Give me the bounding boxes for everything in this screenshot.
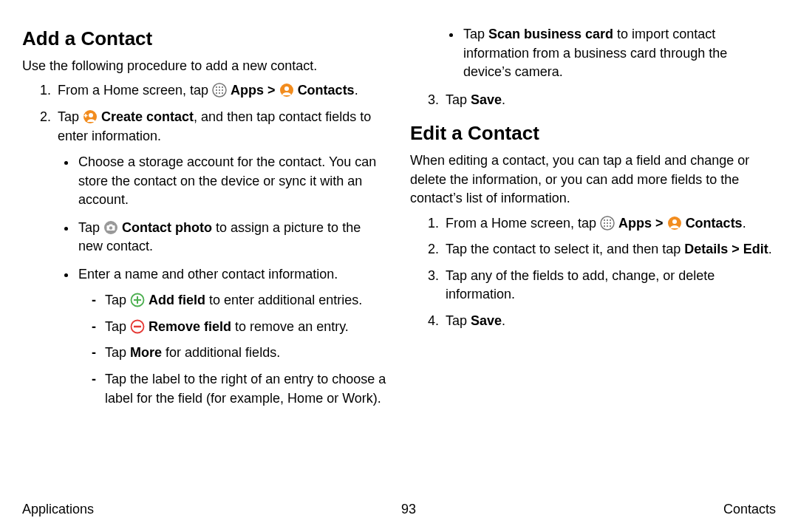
separator: > — [264, 83, 279, 98]
dash-label: Tap the label to the right of an entry t… — [95, 370, 388, 408]
text: Tap — [446, 313, 471, 328]
dash-add-field: Tap Add field to enter additional entrie… — [95, 291, 388, 310]
svg-rect-25 — [607, 222, 608, 224]
page-footer: Applications 93 Contacts — [22, 484, 776, 517]
contacts-icon — [279, 83, 294, 98]
svg-rect-5 — [219, 89, 220, 91]
text: Tap — [105, 293, 130, 307]
svg-rect-29 — [610, 225, 611, 227]
manual-page: Add a Contact Use the following procedur… — [0, 0, 798, 532]
apps-label: Apps — [231, 83, 264, 98]
intro-text: Use the following procedure to add a new… — [22, 57, 388, 76]
footer-left: Applications — [22, 502, 94, 517]
right-column: Tap Scan business card to import contact… — [410, 25, 776, 484]
step-1: From a Home screen, tap Apps > Contacts. — [55, 81, 388, 100]
edit-step-3: Tap any of the fields to add, change, or… — [443, 267, 776, 304]
save-label: Save — [471, 313, 502, 328]
create-contact-icon — [83, 109, 98, 124]
apps-icon — [212, 83, 227, 98]
details-edit-label: Details > Edit — [684, 242, 768, 256]
edit-intro: When editing a contact, you can tap a fi… — [410, 151, 776, 208]
svg-rect-8 — [219, 92, 220, 94]
text: . — [355, 83, 358, 98]
text: for additional fields. — [162, 345, 280, 360]
dash-more: Tap More for additional fields. — [95, 344, 388, 363]
dash-remove-field: Tap Remove field to remove an entry. — [95, 318, 388, 337]
more-label: More — [130, 345, 162, 360]
contacts-label: Contacts — [298, 83, 355, 98]
edit-step-1: From a Home screen, tap Apps > Contacts. — [443, 214, 776, 233]
svg-rect-6 — [222, 89, 223, 91]
svg-rect-28 — [607, 225, 608, 227]
step-3-save: Tap Save. — [443, 91, 776, 110]
svg-point-17 — [109, 226, 112, 229]
svg-rect-4 — [216, 89, 217, 91]
edit-step-4: Tap Save. — [443, 312, 776, 331]
text: Tap the contact to select it, and then t… — [446, 242, 684, 256]
step-2: Tap Create contact, and then tap contact… — [55, 108, 388, 408]
svg-rect-24 — [604, 222, 605, 224]
camera-icon — [103, 220, 118, 235]
bullet-enter-name: Enter a name and other contact informati… — [77, 265, 388, 408]
apps-icon — [600, 216, 615, 231]
separator: > — [652, 216, 667, 231]
left-column: Add a Contact Use the following procedur… — [22, 25, 388, 484]
svg-rect-1 — [216, 86, 217, 88]
text: Tap — [446, 92, 471, 107]
add-field-label: Add field — [149, 293, 205, 307]
apps-label: Apps — [618, 216, 652, 231]
text: . — [743, 216, 746, 231]
heading-edit-contact: Edit a Contact — [410, 120, 776, 147]
remove-field-icon — [130, 319, 145, 334]
edit-step-2: Tap the contact to select it, and then t… — [443, 240, 776, 259]
text: . — [502, 92, 505, 107]
svg-point-13 — [89, 113, 93, 117]
text: to enter additional entries. — [205, 293, 362, 307]
create-contact-label: Create contact — [101, 109, 194, 124]
edit-steps-list: From a Home screen, tap Apps > Contacts.… — [410, 214, 776, 331]
text: to assign a picture to the new contact. — [78, 220, 361, 254]
text: Tap — [463, 27, 488, 41]
bullet-storage: Choose a storage account for the contact… — [77, 153, 388, 210]
dash-list: Tap Add field to enter additional entrie… — [78, 291, 388, 408]
svg-rect-3 — [222, 86, 223, 88]
contact-photo-label: Contact photo — [122, 220, 212, 235]
continued-bullets: Tap Scan business card to import contact… — [410, 25, 776, 82]
footer-right: Contacts — [723, 502, 776, 517]
svg-rect-2 — [219, 86, 220, 88]
text: From a Home screen, tap — [58, 83, 212, 98]
bullet-contact-photo: Tap Contact photo to assign a picture to… — [77, 219, 388, 256]
remove-field-label: Remove field — [149, 319, 231, 334]
text: . — [502, 313, 505, 328]
add-steps-list: From a Home screen, tap Apps > Contacts.… — [22, 81, 388, 408]
text: Tap — [78, 220, 103, 235]
text: Enter a name and other contact informati… — [78, 267, 338, 282]
svg-point-31 — [672, 219, 677, 224]
heading-add-contact: Add a Contact — [22, 25, 388, 52]
scan-card-label: Scan business card — [488, 27, 613, 41]
svg-rect-21 — [604, 219, 605, 221]
svg-rect-26 — [610, 222, 611, 224]
text: Tap — [58, 109, 83, 124]
contacts-label: Contacts — [686, 216, 743, 231]
contacts-icon — [667, 216, 682, 231]
sub-bullets: Choose a storage account for the contact… — [58, 153, 388, 408]
continued-steps: Tap Save. — [410, 91, 776, 110]
footer-page-number: 93 — [401, 502, 416, 517]
svg-rect-7 — [216, 92, 217, 94]
text: Tap — [105, 345, 130, 360]
svg-rect-27 — [604, 225, 605, 227]
text: Tap — [105, 319, 130, 334]
add-field-icon — [130, 293, 145, 307]
text: . — [768, 242, 772, 256]
svg-point-11 — [284, 86, 289, 91]
svg-rect-16 — [109, 224, 113, 226]
svg-rect-23 — [610, 219, 611, 221]
bullet-scan-card: Tap Scan business card to import contact… — [462, 25, 776, 82]
save-label: Save — [471, 92, 502, 107]
text: From a Home screen, tap — [446, 216, 600, 231]
text: to remove an entry. — [231, 319, 349, 334]
two-column-layout: Add a Contact Use the following procedur… — [22, 25, 776, 484]
svg-rect-22 — [607, 219, 608, 221]
svg-rect-9 — [222, 92, 223, 94]
